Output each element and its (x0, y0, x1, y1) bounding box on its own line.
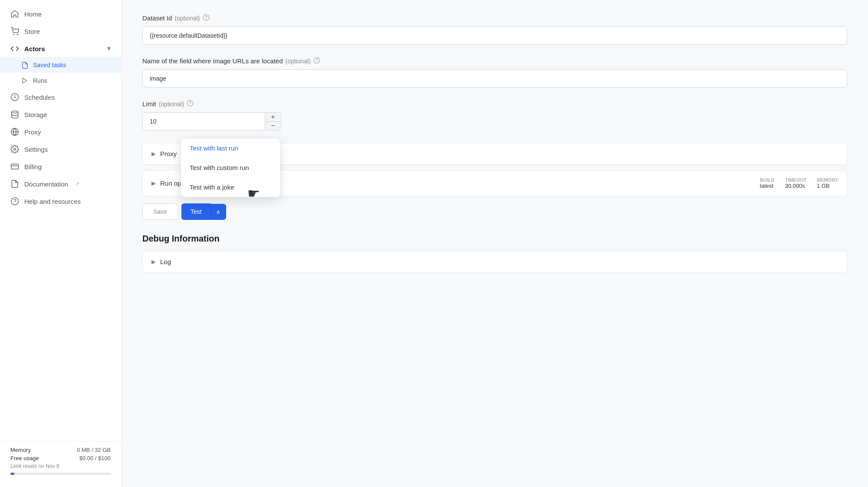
memory-value: 0 MB / 32 GB (77, 447, 111, 453)
doc-icon (10, 180, 19, 188)
sidebar-item-settings[interactable]: Settings (0, 141, 121, 158)
sidebar-item-schedules-label: Schedules (24, 94, 55, 101)
sidebar-item-storage[interactable]: Storage (0, 106, 121, 123)
limit-stepper: + − (265, 112, 281, 131)
timeout-value: 30,000s (785, 183, 806, 189)
dropdown-item-test-custom-run[interactable]: Test with custom run (181, 158, 280, 177)
dataset-id-label-text: Dataset Id (142, 14, 172, 22)
svg-point-1 (17, 34, 18, 35)
sidebar-item-proxy-label: Proxy (24, 128, 41, 136)
image-field-input[interactable] (142, 69, 847, 88)
log-section: ▶ Log (142, 251, 847, 273)
svg-marker-2 (23, 78, 26, 83)
test-custom-run-label: Test with custom run (190, 164, 249, 171)
free-usage-value: $0.00 / $100 (79, 455, 111, 461)
storage-icon (10, 110, 19, 119)
action-row: Save Test∧ (142, 203, 847, 220)
file-icon (21, 61, 29, 69)
test-last-run-label: Test with last run (190, 144, 238, 152)
saved-tasks-label: Saved tasks (33, 62, 66, 69)
sidebar: Home Store Actors ▾ Saved tasks (0, 0, 122, 487)
limit-decrement-button[interactable]: − (265, 122, 281, 131)
dropdown-item-test-last-run[interactable]: Test with last run (181, 138, 280, 158)
actors-sub-nav: Saved tasks Runs (0, 57, 121, 88)
sidebar-item-billing[interactable]: Billing (0, 158, 121, 175)
sidebar-item-billing-label: Billing (24, 163, 42, 170)
runs-label: Runs (33, 77, 47, 84)
dataset-id-help-icon[interactable] (203, 14, 210, 22)
image-field-group: Name of the field where image URLs are l… (142, 57, 847, 88)
test-chevron-button[interactable]: ∧ (210, 204, 226, 220)
debug-title: Debug Information (142, 234, 847, 244)
sidebar-item-store[interactable]: Store (0, 23, 121, 40)
save-button: Save (142, 203, 178, 220)
memory-progress-bar (10, 473, 111, 475)
debug-section: Debug Information ▶ Log (142, 234, 847, 273)
main-content: Dataset Id (optional) Name of the field … (122, 0, 868, 487)
proxy-label: Proxy (160, 150, 177, 157)
run-memory-value: 1 GB (817, 183, 838, 189)
sidebar-nav: Home Store Actors ▾ Saved tasks (0, 0, 121, 441)
limit-optional: (optional) (159, 101, 184, 108)
globe-icon (10, 127, 19, 136)
sidebar-item-documentation-label: Documentation (24, 180, 68, 188)
svg-point-10 (11, 198, 19, 205)
test-button[interactable]: Test (181, 203, 210, 220)
memory-progress-fill (10, 473, 14, 475)
svg-point-4 (12, 111, 18, 113)
code-icon (10, 44, 19, 53)
sidebar-item-saved-tasks[interactable]: Saved tasks (0, 57, 121, 73)
memory-row: Memory 0 MB / 32 GB (10, 447, 111, 453)
play-icon (21, 77, 29, 85)
limit-reset-text: Limit resets on Nov 8 (10, 463, 111, 469)
timeout-label: TIMEOUT (785, 177, 806, 183)
chevron-down-icon: ▾ (107, 45, 111, 52)
sidebar-item-help-label: Help and resources (24, 198, 81, 205)
limit-input[interactable] (142, 112, 265, 131)
image-field-label: Name of the field where image URLs are l… (142, 57, 847, 65)
dataset-id-label: Dataset Id (optional) (142, 14, 847, 22)
build-value: latest (760, 183, 775, 189)
svg-point-7 (14, 148, 16, 150)
action-area: Test with last run Test with custom run … (142, 203, 847, 220)
sidebar-item-schedules[interactable]: Schedules (0, 88, 121, 106)
image-field-label-text: Name of the field where image URLs are l… (142, 57, 283, 65)
limit-field-label: Limit (optional) (142, 100, 847, 108)
svg-point-0 (13, 34, 14, 35)
external-link-icon: ↗ (75, 181, 79, 187)
memory-label: Memory (10, 447, 31, 453)
sidebar-item-storage-label: Storage (24, 111, 47, 118)
gear-icon (10, 145, 19, 154)
cart-icon (10, 27, 19, 36)
sidebar-item-proxy[interactable]: Proxy (0, 123, 121, 141)
free-usage-row: Free usage $0.00 / $100 (10, 455, 111, 461)
run-options-chevron-icon: ▶ (151, 180, 156, 186)
sidebar-item-help[interactable]: Help and resources (0, 193, 121, 210)
image-field-optional: (optional) (286, 58, 311, 65)
timeout-info: TIMEOUT 30,000s (785, 177, 806, 189)
dropdown-item-test-joke[interactable]: Test with a joke (181, 177, 280, 197)
sidebar-item-runs[interactable]: Runs (0, 73, 121, 88)
sidebar-item-documentation[interactable]: Documentation ↗ (0, 175, 121, 193)
limit-help-icon[interactable] (187, 100, 194, 108)
sidebar-item-store-label: Store (24, 28, 40, 35)
run-memory-label: MEMORY (817, 177, 838, 183)
sidebar-item-actors[interactable]: Actors ▾ (0, 40, 121, 57)
proxy-chevron-icon: ▶ (151, 150, 156, 157)
test-joke-label: Test with a joke (190, 183, 234, 191)
help-icon (10, 197, 19, 206)
sidebar-footer: Memory 0 MB / 32 GB Free usage $0.00 / $… (0, 441, 121, 480)
image-field-help-icon[interactable] (313, 57, 320, 65)
test-button-group: Test∧ (181, 203, 226, 220)
sidebar-item-home[interactable]: Home (0, 5, 121, 23)
sidebar-item-actors-label: Actors (24, 45, 45, 52)
test-dropdown-menu: Test with last run Test with custom run … (181, 138, 280, 197)
limit-increment-button[interactable]: + (265, 113, 281, 122)
run-options-extra: BUILD latest TIMEOUT 30,000s MEMORY 1 GB (760, 177, 838, 189)
dataset-id-input[interactable] (142, 26, 847, 45)
build-label: BUILD (760, 177, 775, 183)
log-header[interactable]: ▶ Log (143, 251, 847, 272)
svg-rect-8 (11, 164, 19, 169)
sidebar-item-settings-label: Settings (24, 146, 48, 153)
limit-label-text: Limit (142, 100, 156, 108)
